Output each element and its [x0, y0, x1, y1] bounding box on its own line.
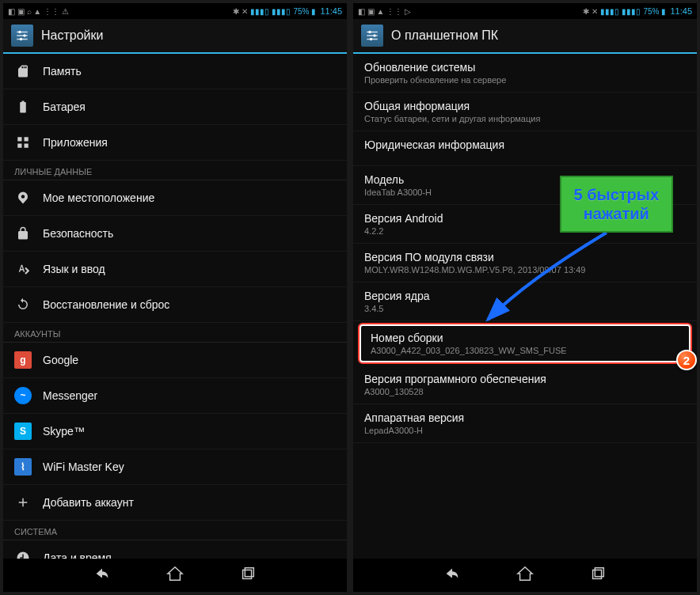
row-datetime[interactable]: Дата и время — [3, 540, 347, 559]
row-security[interactable]: Безопасность — [3, 216, 347, 252]
label: Модель — [364, 173, 404, 186]
label: Skype™ — [43, 425, 85, 438]
row-location[interactable]: Мое местоположение — [3, 180, 347, 216]
svg-point-4 — [23, 34, 25, 36]
settings-icon — [361, 25, 383, 47]
label: Номер сборки — [371, 332, 443, 344]
label: Версия программного обеспечения — [364, 373, 546, 385]
row-wifikey[interactable]: ⌇ WiFi Master Key — [3, 449, 347, 485]
label: Приложения — [43, 136, 108, 149]
row-build-number[interactable]: Номер сборки A3000_A422_003_026_130823_W… — [358, 323, 692, 364]
navigation-bar — [353, 559, 697, 592]
svg-rect-10 — [243, 570, 252, 578]
section-system: СИСТЕМА — [3, 521, 347, 540]
svg-rect-8 — [17, 144, 21, 148]
label: Безопасность — [43, 227, 113, 240]
svg-point-16 — [373, 34, 375, 36]
vibrate-icon: ✕ — [592, 7, 598, 16]
row-general-info[interactable]: Общая информация Статус батареи, сети и … — [353, 93, 697, 131]
home-button[interactable] — [516, 565, 534, 586]
sublabel: LepadA3000-H — [364, 426, 423, 435]
row-hardware-version[interactable]: Аппаратная версия LepadA3000-H — [353, 404, 697, 443]
statusbar-left-icons: ◧ ▣ ▲ ⋮⋮ ▷ — [358, 7, 411, 16]
sublabel: 4.2.2 — [364, 226, 383, 236]
row-baseband[interactable]: Версия ПО модуля связи MOLY.WR8.W1248.MD… — [353, 244, 697, 282]
label: Версия ядра — [364, 290, 430, 302]
sublabel: A3000_A422_003_026_130823_WW_SMS_FUSE — [371, 346, 567, 355]
label: Батарея — [43, 100, 86, 113]
messenger-icon: ~ — [14, 387, 32, 404]
google-icon: g — [14, 351, 32, 369]
battery-icon — [14, 98, 32, 116]
row-memory[interactable]: Память — [3, 54, 347, 89]
row-backup[interactable]: Восстановление и сброс — [3, 287, 347, 323]
battery-icon: ▮ — [311, 7, 316, 16]
annotation-callout: 5 быстрых нажатий — [560, 176, 673, 233]
label: WiFi Master Key — [43, 460, 124, 473]
bluetooth-icon: ✱ — [583, 7, 589, 16]
recent-button[interactable] — [589, 565, 607, 586]
label: Юридическая информация — [364, 138, 504, 151]
status-bar: ◧ ▣ ⌕ ▲ ⋮⋮ ⚠ ✱ ✕ ▮▮▮▯ ▮▮▮▯ 75% ▮ 11:45 — [3, 3, 347, 19]
svg-rect-11 — [245, 568, 253, 577]
svg-rect-19 — [595, 568, 603, 577]
annotation-badge-2: 2 — [676, 350, 697, 370]
svg-rect-18 — [593, 570, 602, 578]
bluetooth-icon: ✱ — [233, 7, 239, 16]
vibrate-icon: ✕ — [242, 7, 248, 16]
wifikey-icon: ⌇ — [14, 458, 32, 476]
svg-rect-13 — [367, 35, 378, 36]
skype-icon: S — [14, 423, 32, 440]
svg-point-15 — [368, 31, 371, 33]
row-apps[interactable]: Приложения — [3, 125, 347, 161]
label: Версия ПО модуля связи — [364, 251, 494, 263]
row-add-account[interactable]: Добавить аккаунт — [3, 485, 347, 521]
svg-point-5 — [20, 38, 22, 40]
battery-icon: ▮ — [661, 7, 666, 16]
row-software-version[interactable]: Версия программного обеспечения A3000_13… — [353, 366, 697, 404]
svg-rect-6 — [17, 137, 21, 141]
sublabel: Статус батареи, сети и другая информация — [364, 114, 540, 123]
label: Дата и время — [43, 551, 112, 559]
recent-button[interactable] — [239, 565, 257, 586]
label: Google — [43, 354, 78, 366]
back-button[interactable] — [93, 565, 111, 586]
svg-rect-1 — [17, 35, 28, 36]
label: Messenger — [43, 389, 97, 402]
home-button[interactable] — [166, 565, 184, 586]
battery-pct: 75% — [293, 7, 309, 16]
statusbar-left-icons: ◧ ▣ ⌕ ▲ ⋮⋮ ⚠ — [8, 7, 69, 16]
section-accounts: АККАУНТЫ — [3, 323, 347, 343]
location-icon — [14, 189, 32, 207]
row-skype[interactable]: S Skype™ — [3, 414, 347, 449]
section-personal: ЛИЧНЫЕ ДАННЫЕ — [3, 161, 347, 180]
svg-rect-0 — [17, 32, 28, 33]
row-kernel[interactable]: Версия ядра 3.4.5 — [353, 282, 697, 321]
label: Язык и ввод — [43, 263, 105, 275]
about-list[interactable]: Обновление системы Проверить обновление … — [353, 54, 697, 559]
back-button[interactable] — [443, 565, 461, 586]
page-title: Настройки — [41, 28, 103, 43]
signal2-icon: ▮▮▮▯ — [272, 7, 291, 16]
language-icon — [14, 260, 32, 278]
svg-rect-9 — [25, 144, 29, 148]
row-legal-info[interactable]: Юридическая информация — [353, 131, 697, 166]
row-google[interactable]: g Google — [3, 343, 347, 378]
row-system-update[interactable]: Обновление системы Проверить обновление … — [353, 54, 697, 93]
callout-line2: нажатий — [574, 204, 659, 223]
settings-header: Настройки — [3, 19, 347, 54]
lock-icon — [14, 225, 32, 242]
settings-icon — [11, 25, 33, 47]
page-title: О планшетном ПК — [391, 28, 498, 43]
settings-list[interactable]: Память Батарея Приложения ЛИЧНЫЕ ДАННЫЕ … — [3, 54, 347, 559]
row-messenger[interactable]: ~ Messenger — [3, 378, 347, 414]
label: Версия Android — [364, 212, 443, 225]
label: Память — [43, 65, 82, 78]
signal2-icon: ▮▮▮▯ — [622, 7, 641, 16]
label: Мое местоположение — [43, 191, 154, 204]
clock: 11:45 — [670, 6, 692, 16]
status-bar: ◧ ▣ ▲ ⋮⋮ ▷ ✱ ✕ ▮▮▮▯ ▮▮▮▯ 75% ▮ 11:45 — [353, 3, 697, 19]
left-screenshot: ◧ ▣ ⌕ ▲ ⋮⋮ ⚠ ✱ ✕ ▮▮▮▯ ▮▮▮▯ 75% ▮ 11:45 Н… — [3, 3, 347, 592]
row-language[interactable]: Язык и ввод — [3, 252, 347, 287]
row-battery[interactable]: Батарея — [3, 89, 347, 125]
